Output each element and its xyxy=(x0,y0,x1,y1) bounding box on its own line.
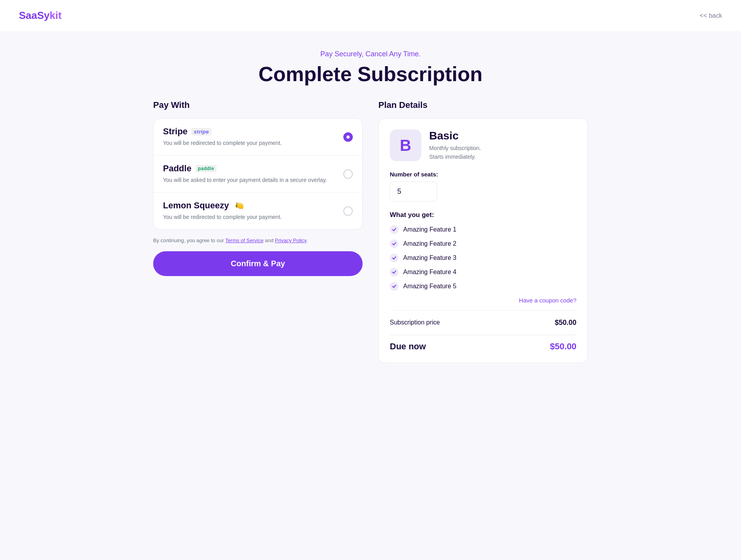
stripe-badge: stripe xyxy=(191,128,211,135)
pay-with-title: Pay With xyxy=(153,100,363,110)
feature-item-2: Amazing Feature 2 xyxy=(390,239,576,248)
feature-item-1: Amazing Feature 1 xyxy=(390,225,576,234)
feature-text-3: Amazing Feature 3 xyxy=(403,254,456,261)
hero-section: Pay Securely, Cancel Any Time. Complete … xyxy=(0,31,741,100)
terms-of-service-link[interactable]: Terms of Service xyxy=(225,237,263,243)
subscription-price-label: Subscription price xyxy=(390,319,440,326)
main-content: Pay With Stripe stripe You will be redir… xyxy=(134,100,607,387)
confirm-pay-button[interactable]: Confirm & Pay xyxy=(153,251,363,276)
hero-subtitle: Pay Securely, Cancel Any Time. xyxy=(9,50,732,58)
plan-info: Basic Monthly subscription. Starts immed… xyxy=(429,130,481,161)
plan-details-panel: Plan Details B Basic Monthly subscriptio… xyxy=(378,100,588,363)
lemon-info: Lemon Squeezy 🍋 You will be redirected t… xyxy=(163,200,343,221)
check-icon-4 xyxy=(390,268,398,276)
stripe-name: Stripe stripe xyxy=(163,126,343,137)
stripe-desc: You will be redirected to complete your … xyxy=(163,139,343,147)
plan-header: B Basic Monthly subscription. Starts imm… xyxy=(390,130,576,161)
paddle-option[interactable]: Paddle paddle You will be asked to enter… xyxy=(154,156,362,193)
check-icon-1 xyxy=(390,225,398,234)
check-icon-3 xyxy=(390,254,398,262)
header: SaaSykit << back xyxy=(0,0,741,31)
feature-item-5: Amazing Feature 5 xyxy=(390,282,576,291)
feature-item-4: Amazing Feature 4 xyxy=(390,268,576,276)
coupon-link-container: Have a coupon code? xyxy=(390,297,576,304)
paddle-info: Paddle paddle You will be asked to enter… xyxy=(163,163,343,184)
paddle-desc: You will be asked to enter your payment … xyxy=(163,176,343,184)
features-title: What you get: xyxy=(390,211,576,219)
paddle-badge: paddle xyxy=(195,165,217,172)
coupon-link[interactable]: Have a coupon code? xyxy=(519,297,576,304)
plan-details-title: Plan Details xyxy=(378,100,588,110)
features-list: Amazing Feature 1 Amazing Feature 2 xyxy=(390,225,576,291)
check-icon-2 xyxy=(390,239,398,248)
logo: SaaSykit xyxy=(19,9,61,22)
lemon-name: Lemon Squeezy 🍋 xyxy=(163,200,343,211)
pay-with-panel: Pay With Stripe stripe You will be redir… xyxy=(153,100,363,363)
due-row: Due now $50.00 xyxy=(390,335,576,352)
paddle-name: Paddle paddle xyxy=(163,163,343,174)
subscription-price-value: $50.00 xyxy=(555,319,576,327)
due-value: $50.00 xyxy=(550,341,576,352)
plan-icon: B xyxy=(390,130,421,161)
plan-card: B Basic Monthly subscription. Starts imm… xyxy=(378,118,588,363)
feature-text-1: Amazing Feature 1 xyxy=(403,226,456,233)
lemon-badge: 🍋 xyxy=(233,200,246,211)
lemon-desc: You will be redirected to complete your … xyxy=(163,213,343,221)
feature-item-3: Amazing Feature 3 xyxy=(390,254,576,262)
feature-text-2: Amazing Feature 2 xyxy=(403,240,456,247)
payment-options-card: Stripe stripe You will be redirected to … xyxy=(153,118,363,230)
terms-text: By continuing, you agree to our Terms of… xyxy=(153,237,363,243)
feature-text-5: Amazing Feature 5 xyxy=(403,283,456,290)
privacy-policy-link[interactable]: Privacy Policy xyxy=(275,237,306,243)
stripe-radio[interactable] xyxy=(343,132,353,142)
back-link[interactable]: << back xyxy=(700,12,722,19)
plan-description: Monthly subscription. Starts immediately… xyxy=(429,144,481,161)
logo-prefix: SaaSy xyxy=(19,9,50,21)
lemon-option[interactable]: Lemon Squeezy 🍋 You will be redirected t… xyxy=(154,193,362,229)
plan-name: Basic xyxy=(429,130,481,142)
stripe-option[interactable]: Stripe stripe You will be redirected to … xyxy=(154,119,362,156)
logo-suffix: kit xyxy=(50,9,61,21)
seats-label: Number of seats: xyxy=(390,171,576,178)
due-label: Due now xyxy=(390,341,426,352)
stripe-info: Stripe stripe You will be redirected to … xyxy=(163,126,343,147)
paddle-radio[interactable] xyxy=(343,169,353,179)
subscription-price-row: Subscription price $50.00 xyxy=(390,310,576,335)
lemon-radio[interactable] xyxy=(343,206,353,216)
feature-text-4: Amazing Feature 4 xyxy=(403,269,456,276)
hero-title: Complete Subscription xyxy=(9,62,732,86)
seats-input[interactable] xyxy=(390,182,437,202)
check-icon-5 xyxy=(390,282,398,291)
